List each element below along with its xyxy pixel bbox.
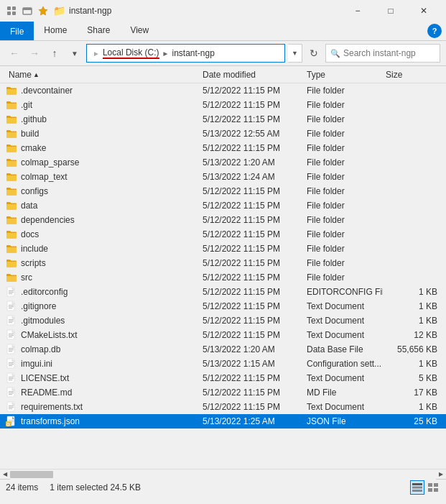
file-icon [6, 329, 17, 341]
table-row[interactable]: scripts 5/12/2022 11:15 PM File folder [0, 256, 446, 270]
col-header-size[interactable]: Size [383, 70, 440, 80]
large-icons-view-button[interactable] [426, 480, 440, 495]
maximize-button[interactable]: □ [374, 0, 407, 22]
table-row[interactable]: cmake 5/12/2022 11:15 PM File folder [0, 141, 446, 155]
file-date: 5/13/2022 1:15 AM [200, 359, 304, 369]
hscroll-left-button[interactable]: ◀ [0, 469, 10, 480]
close-button[interactable]: ✕ [407, 0, 440, 22]
table-row[interactable]: imgui.ini 5/13/2022 1:15 AM Configuratio… [0, 357, 446, 371]
file-name-text: .editorconfig [21, 287, 68, 297]
tab-share[interactable]: Share [77, 22, 120, 40]
svg-rect-51 [412, 490, 422, 492]
file-name: dependencies [6, 214, 200, 226]
quick-access-icon [37, 5, 49, 17]
file-date: 5/12/2022 11:15 PM [200, 301, 304, 311]
file-list[interactable]: .devcontainer 5/12/2022 11:15 PM File fo… [0, 83, 446, 469]
help-button[interactable]: ? [427, 24, 442, 38]
search-icon: 🔍 [330, 49, 340, 58]
table-row[interactable]: LICENSE.txt 5/12/2022 11:15 PM Text Docu… [0, 371, 446, 385]
path-local-disk[interactable]: Local Disk (C:) [103, 47, 159, 59]
hscroll-thumb[interactable] [10, 471, 53, 478]
col-header-name[interactable]: Name ▲ [6, 70, 200, 80]
svg-rect-53 [434, 483, 438, 487]
file-name: .git [6, 99, 200, 111]
hscroll-track[interactable] [10, 469, 436, 480]
folder-icon [6, 200, 17, 211]
table-row[interactable]: dependencies 5/12/2022 11:15 PM File fol… [0, 213, 446, 227]
col-header-date[interactable]: Date modified [200, 70, 304, 80]
refresh-button[interactable]: ↻ [305, 45, 322, 62]
forward-button[interactable]: → [26, 45, 43, 62]
file-size: 1 KB [383, 402, 440, 412]
table-row[interactable]: .gitignore 5/12/2022 11:15 PM Text Docum… [0, 299, 446, 313]
file-type: File folder [304, 100, 383, 110]
back-button[interactable]: ← [6, 45, 23, 62]
file-type: Text Document [304, 402, 383, 412]
file-date: 5/12/2022 11:15 PM [200, 287, 304, 297]
column-headers: Name ▲ Date modified Type Size [0, 66, 446, 83]
table-row[interactable]: README.md 5/12/2022 11:15 PM MD File 17 … [0, 385, 446, 400]
path-current-folder[interactable]: instant-ngp [172, 48, 215, 58]
window-icon [22, 5, 33, 17]
svg-rect-29 [9, 364, 14, 365]
file-name: src [6, 272, 200, 283]
file-name-text: cmake [21, 143, 46, 153]
file-name-text: dependencies [21, 215, 75, 225]
file-name: colmap_text [6, 171, 200, 183]
table-row[interactable]: include 5/12/2022 11:15 PM File folder [0, 242, 446, 256]
file-type: JSON File [304, 416, 383, 426]
file-name-text: colmap_sparse [21, 157, 79, 168]
table-row[interactable]: .git 5/12/2022 11:15 PM File folder [0, 98, 446, 112]
table-row[interactable]: colmap.db 5/13/2022 1:20 AM Data Base Fi… [0, 342, 446, 357]
table-row[interactable]: configs 5/12/2022 11:15 PM File folder [0, 184, 446, 198]
table-row[interactable]: docs 5/12/2022 11:15 PM File folder [0, 227, 446, 242]
table-row[interactable]: CMakeLists.txt 5/12/2022 11:15 PM Text D… [0, 328, 446, 342]
file-date: 5/12/2022 11:15 PM [200, 114, 304, 124]
horizontal-scrollbar[interactable]: ◀ ▶ [0, 469, 446, 479]
file-name-text: include [21, 244, 48, 254]
tab-view[interactable]: View [120, 22, 159, 40]
folder-icon [6, 229, 17, 240]
table-row[interactable]: build 5/13/2022 12:55 AM File folder [0, 127, 446, 141]
file-name: README.md [6, 387, 200, 398]
table-row[interactable]: .devcontainer 5/12/2022 11:15 PM File fo… [0, 83, 446, 98]
search-input[interactable] [343, 48, 446, 58]
recent-button[interactable]: ▼ [66, 45, 83, 62]
svg-rect-16 [9, 319, 14, 320]
file-date: 5/12/2022 11:15 PM [200, 272, 304, 283]
file-name-text: data [21, 201, 37, 211]
tab-file[interactable]: File [0, 22, 34, 40]
col-header-type[interactable]: Type [304, 70, 383, 80]
folder-icon: 📁 [53, 5, 65, 17]
file-name-text: build [21, 129, 39, 139]
view-buttons [410, 480, 440, 495]
hscroll-right-button[interactable]: ▶ [436, 469, 446, 480]
details-view-button[interactable] [410, 480, 424, 495]
file-icon [6, 315, 17, 326]
table-row[interactable]: .gitmodules 5/12/2022 11:15 PM Text Docu… [0, 313, 446, 328]
address-dropdown[interactable]: ▼ [288, 44, 302, 63]
svg-rect-24 [9, 348, 14, 349]
address-path[interactable]: ► Local Disk (C:) ► instant-ngp [86, 44, 285, 63]
file-name-text: src [21, 272, 32, 283]
table-row[interactable]: .github 5/12/2022 11:15 PM File folder [0, 112, 446, 127]
tab-home[interactable]: Home [34, 22, 77, 40]
file-name: requirements.txt [6, 401, 200, 413]
minimize-button[interactable]: − [341, 0, 374, 22]
file-type: Text Document [304, 373, 383, 383]
table-row[interactable]: colmap_sparse 5/13/2022 1:20 AM File fol… [0, 155, 446, 170]
svg-rect-32 [9, 377, 14, 377]
table-row[interactable]: .editorconfig 5/12/2022 11:15 PM EDITORC… [0, 285, 446, 299]
up-button[interactable]: ↑ [46, 45, 63, 62]
table-row[interactable]: {} transforms.json 5/13/2022 1:25 AM JSO… [0, 414, 446, 429]
table-row[interactable]: colmap_text 5/13/2022 1:24 AM File folde… [0, 170, 446, 184]
table-row[interactable]: data 5/12/2022 11:15 PM File folder [0, 198, 446, 213]
svg-rect-13 [9, 306, 14, 307]
table-row[interactable]: requirements.txt 5/12/2022 11:15 PM Text… [0, 400, 446, 414]
file-name-text: colmap.db [21, 344, 60, 354]
table-row[interactable]: src 5/12/2022 11:15 PM File folder [0, 270, 446, 285]
file-size: 55,656 KB [383, 344, 440, 354]
search-box[interactable]: 🔍 [325, 44, 440, 63]
svg-rect-50 [412, 486, 422, 488]
file-name-text: .gitmodules [21, 316, 65, 326]
